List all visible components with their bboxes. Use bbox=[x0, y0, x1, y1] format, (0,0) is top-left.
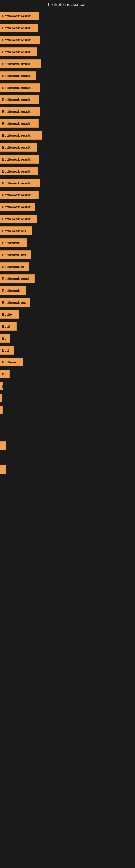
bar-row: Bottleneck result bbox=[0, 83, 135, 93]
bottleneck-bar[interactable]: Bottleneck result bbox=[0, 203, 35, 211]
bar-row: Bottleneck result bbox=[0, 46, 135, 57]
bar-row: Bottleneck result bbox=[0, 118, 135, 129]
bar-row: Bottleneck result bbox=[0, 154, 135, 164]
bottleneck-bar[interactable]: Bottleneck res bbox=[0, 226, 32, 235]
bar-row bbox=[0, 440, 135, 451]
bottleneck-bar[interactable]: Bottleneck re bbox=[0, 262, 29, 271]
site-title: TheBottlenecker.com bbox=[0, 0, 135, 8]
bottleneck-bar[interactable]: Bottleneck result bbox=[0, 35, 40, 44]
bar-row: Bo bbox=[0, 369, 135, 379]
bottleneck-bar[interactable] bbox=[0, 441, 6, 450]
bar-row: Bo bbox=[0, 333, 135, 343]
bar-row: Bottleneck resul bbox=[0, 273, 135, 284]
bar-row: Bottlene bbox=[0, 357, 135, 367]
bottleneck-bar[interactable]: Bo bbox=[0, 370, 10, 378]
bottleneck-bar[interactable]: Bottleneck result bbox=[0, 167, 38, 176]
bottleneck-bar[interactable]: Bottleneck result bbox=[0, 83, 41, 92]
bar-row bbox=[0, 416, 135, 427]
bottleneck-bar[interactable]: Bott bbox=[0, 346, 14, 354]
bar-row: Bottleneck res bbox=[0, 226, 135, 236]
bottleneck-bar[interactable] bbox=[0, 465, 6, 474]
bar-row: Bottleneck result bbox=[0, 214, 135, 224]
bar-row: Bottleneck result bbox=[0, 190, 135, 200]
bar-row: Bottleneck result bbox=[0, 94, 135, 105]
bar-row: Bottleneck result bbox=[0, 202, 135, 212]
bar-row: Bottleneck res bbox=[0, 297, 135, 308]
bar-row: | bbox=[0, 381, 135, 391]
bar-row bbox=[0, 429, 135, 439]
bottleneck-bar[interactable]: Bottle bbox=[0, 310, 19, 319]
bar-row: Bottleneck bbox=[0, 285, 135, 296]
bar-row: Bottleneck result bbox=[0, 59, 135, 69]
bottleneck-bar[interactable]: Bottlene bbox=[0, 358, 23, 367]
bottleneck-bar[interactable]: Bottleneck result bbox=[0, 12, 39, 20]
bar-row: Bottleneck result bbox=[0, 166, 135, 176]
bar-row: Bott bbox=[0, 345, 135, 355]
bottleneck-bar[interactable]: Bottleneck result bbox=[0, 48, 37, 56]
bottleneck-bar[interactable]: Bottleneck result bbox=[0, 71, 37, 80]
bar-row: Bottleneck result bbox=[0, 70, 135, 81]
bar-row: Bottleneck result bbox=[0, 106, 135, 117]
bar-row bbox=[0, 464, 135, 475]
bar-row: Bottleneck result bbox=[0, 35, 135, 45]
bottleneck-bar[interactable]: Bottleneck bbox=[0, 239, 27, 247]
bottleneck-bar[interactable]: Bottleneck res bbox=[0, 250, 31, 259]
bottleneck-bar[interactable]: | bbox=[0, 405, 3, 414]
bottleneck-bar[interactable]: Bottleneck result bbox=[0, 215, 37, 223]
bar-row: Bottleneck result bbox=[0, 142, 135, 152]
bar-row bbox=[0, 453, 135, 463]
bottleneck-bar[interactable]: Bottleneck bbox=[0, 286, 27, 295]
bottleneck-bar[interactable]: Bo bbox=[0, 334, 10, 343]
bar-row: Bottleneck result bbox=[0, 11, 135, 21]
bottleneck-bar[interactable]: Bottleneck result bbox=[0, 59, 41, 68]
bottleneck-bar[interactable]: | bbox=[0, 382, 3, 390]
bar-row: Bottleneck result bbox=[0, 178, 135, 188]
bar-row: Bottleneck bbox=[0, 238, 135, 248]
bottleneck-bar[interactable]: Bottleneck result bbox=[0, 155, 39, 163]
bar-row: | bbox=[0, 405, 135, 415]
bottleneck-bar[interactable]: Bottleneck result bbox=[0, 24, 38, 32]
bottleneck-bar[interactable]: Bottl bbox=[0, 322, 17, 331]
bar-row: Bottleneck result bbox=[0, 130, 135, 141]
bottleneck-bar[interactable]: Bottleneck res bbox=[0, 298, 30, 307]
bars-container: Bottleneck resultBottleneck resultBottle… bbox=[0, 8, 135, 479]
bottleneck-bar[interactable]: Bottleneck result bbox=[0, 143, 37, 152]
bottleneck-bar[interactable]: Bottleneck result bbox=[0, 179, 40, 187]
bottleneck-bar[interactable]: Bottleneck resul bbox=[0, 274, 35, 283]
bar-row bbox=[0, 393, 135, 403]
bottleneck-bar[interactable]: Bottleneck result bbox=[0, 107, 40, 116]
bottleneck-bar[interactable]: Bottleneck result bbox=[0, 95, 39, 104]
bottleneck-bar[interactable]: Bottleneck result bbox=[0, 119, 39, 128]
bar-row: Bottleneck res bbox=[0, 250, 135, 260]
bar-row: Bottle bbox=[0, 309, 135, 319]
bar-row: Bottleneck re bbox=[0, 261, 135, 272]
bar-row: Bottleneck result bbox=[0, 23, 135, 33]
bottleneck-bar[interactable] bbox=[0, 394, 2, 402]
bar-row: Bottl bbox=[0, 321, 135, 332]
bottleneck-bar[interactable]: Bottleneck result bbox=[0, 191, 39, 199]
bottleneck-bar[interactable]: Bottleneck result bbox=[0, 131, 42, 140]
